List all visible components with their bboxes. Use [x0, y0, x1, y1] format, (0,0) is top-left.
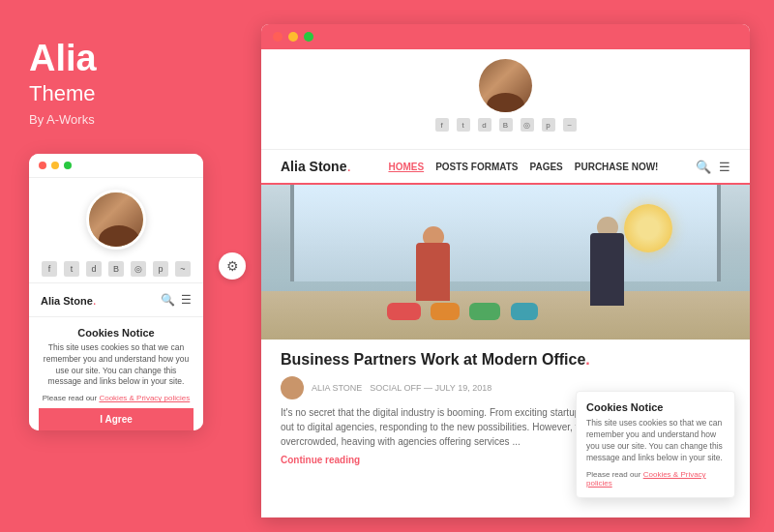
avatar: [86, 190, 146, 250]
right-panel: f t d B ◎ p ~ Alia Stone. HOMES POSTS FO…: [232, 0, 774, 532]
desktop-dot-green: [304, 32, 313, 42]
desktop-site-name: Alia Stone.: [281, 158, 351, 175]
cookies-title: Cookies Notice: [39, 327, 194, 339]
cushion-teal: [511, 303, 538, 320]
settings-gear-button[interactable]: ⚙: [219, 252, 246, 280]
cookies-notice-mobile: Cookies Notice This site uses cookies so…: [29, 317, 203, 431]
d-instagram-icon[interactable]: ◎: [521, 118, 534, 132]
desktop-hero-image: [261, 185, 750, 340]
desktop-dot-red: [273, 32, 283, 42]
figure-person-right: [590, 217, 624, 306]
left-panel: Alia Theme By A-Works f t d B ◎ p ~: [0, 0, 232, 532]
mobile-avatar-area: [29, 178, 203, 255]
social-icons-row: f t d B ◎ p ~: [29, 255, 203, 282]
figure-left-body: [416, 243, 450, 301]
nav-purchase[interactable]: PURCHASE NOW!: [575, 162, 659, 172]
mobile-site-name: Alia Stone.: [41, 291, 97, 309]
brand-subtitle: Theme: [29, 81, 95, 106]
desktop-nav-icons: 🔍 ☰: [696, 160, 730, 174]
cushion-green: [469, 303, 500, 320]
nav-homes[interactable]: HOMES: [388, 162, 424, 172]
mobile-mockup: f t d B ◎ p ~ Alia Stone. 🔍 ☰ Cookies No…: [29, 154, 203, 431]
pinterest-icon[interactable]: p: [153, 261, 168, 277]
nav-posts-formats[interactable]: POSTS FORMATS: [435, 162, 518, 172]
dot-yellow: [51, 162, 59, 169]
behance-icon[interactable]: B: [108, 261, 124, 277]
agree-button[interactable]: I Agree: [39, 408, 194, 430]
desktop-search-icon[interactable]: 🔍: [696, 160, 711, 174]
d-twitter-icon[interactable]: t: [457, 118, 470, 132]
instagram-icon[interactable]: ◎: [131, 261, 146, 277]
desktop-cookies-notice: Cookies Notice This site uses cookies so…: [576, 391, 735, 498]
desktop-cookies-title: Cookies Notice: [586, 401, 725, 413]
post-author-name: ALIA STONE: [312, 383, 362, 393]
d-facebook-icon[interactable]: f: [435, 118, 449, 132]
cookies-link[interactable]: Cookies & Privacy policies: [99, 394, 190, 402]
search-icon[interactable]: 🔍: [161, 293, 175, 307]
d-pinterest-icon[interactable]: p: [542, 118, 555, 132]
desktop-cookies-body: This site uses cookies so that we can re…: [586, 418, 725, 464]
figure-person-left: [416, 226, 450, 301]
cookies-body: This site uses cookies so that we can re…: [39, 342, 194, 389]
soundcloud-icon[interactable]: ~: [175, 261, 191, 277]
hero-floor: [261, 291, 750, 340]
nav-pages[interactable]: PAGES: [530, 162, 563, 172]
twitter-icon[interactable]: t: [64, 261, 79, 277]
desktop-site-header: f t d B ◎ p ~: [261, 49, 750, 149]
post-author-avatar: [281, 376, 304, 399]
desktop-avatar: [479, 59, 532, 112]
hero-clock: [624, 204, 672, 252]
post-title: Business Partners Work at Modern Office.: [281, 351, 730, 369]
mobile-nav-icons: 🔍 ☰: [161, 293, 192, 307]
desktop-window-bar: [261, 24, 750, 49]
avatar-face: [89, 190, 143, 250]
desktop-nav: Alia Stone. HOMES POSTS FORMATS PAGES PU…: [261, 149, 750, 185]
dot-red: [39, 162, 46, 169]
post-date: SOCIAL OFF — JULY 19, 2018: [370, 383, 491, 393]
dot-green: [64, 162, 72, 169]
dribbble-icon[interactable]: d: [86, 261, 102, 277]
desktop-social-row: f t d B ◎ p ~: [435, 118, 577, 132]
brand-author: By A-Works: [29, 112, 95, 127]
mobile-nav-bar: Alia Stone. 🔍 ☰: [29, 282, 203, 317]
cookies-link-row: Please read our Cookies & Privacy polici…: [39, 394, 194, 402]
mobile-window-bar: [29, 154, 203, 178]
cushion-orange: [431, 303, 460, 320]
cushion-red: [387, 303, 421, 320]
facebook-icon[interactable]: f: [42, 261, 57, 277]
menu-icon[interactable]: ☰: [181, 293, 192, 307]
d-behance-icon[interactable]: B: [499, 118, 513, 132]
desktop-nav-links: HOMES POSTS FORMATS PAGES PURCHASE NOW!: [388, 162, 658, 172]
d-dribbble-icon[interactable]: d: [478, 118, 491, 132]
brand-title: Alia: [29, 39, 97, 79]
figure-right-body: [590, 233, 624, 306]
desktop-cookies-link[interactable]: Cookies & Privacy policies: [586, 470, 706, 488]
desktop-mockup: f t d B ◎ p ~ Alia Stone. HOMES POSTS FO…: [261, 24, 750, 517]
desktop-dot-yellow: [288, 32, 298, 42]
d-soundcloud-icon[interactable]: ~: [563, 118, 577, 132]
desktop-cookies-link-row: Please read our Cookies & Privacy polici…: [586, 470, 725, 488]
desktop-menu-icon[interactable]: ☰: [719, 160, 730, 174]
